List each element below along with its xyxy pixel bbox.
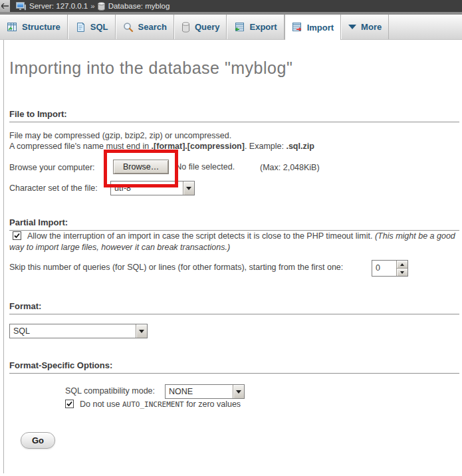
section-heading-format-specific: Format-Specific Options:	[9, 360, 459, 374]
search-icon	[123, 22, 134, 33]
structure-icon	[7, 22, 17, 33]
sql-compatibility-row: SQL compatibility mode:NONE	[65, 384, 459, 399]
tab-search[interactable]: Search	[116, 15, 174, 39]
tab-import[interactable]: Import	[285, 15, 341, 40]
tab-structure[interactable]: Structure	[0, 15, 68, 39]
select-dropdown-icon[interactable]	[136, 324, 147, 338]
browse-button[interactable]: Browse…	[113, 160, 169, 174]
stepper-down-button[interactable]	[397, 268, 407, 276]
arrow-up-icon	[400, 263, 404, 266]
chevron-down-icon	[348, 25, 356, 29]
tab-label: Structure	[22, 22, 60, 32]
sql-icon	[75, 22, 86, 33]
sql-compatibility-label: SQL compatibility mode:	[65, 386, 162, 396]
server-icon	[16, 2, 26, 11]
compression-note: File may be compressed (gzip, bzip2, zip…	[9, 130, 459, 152]
breadcrumb-separator: »	[90, 2, 94, 10]
tab-sql[interactable]: SQL	[68, 15, 116, 39]
page-title: Importing into the database "myblog"	[9, 59, 459, 78]
charset-row: Character set of the file:utf-8	[9, 181, 459, 195]
breadcrumb-server-link[interactable]: Server: 127.0.0.1	[16, 2, 88, 11]
auto-increment-option: Do not use AUTO_INCREMENT for zero value…	[65, 400, 241, 409]
skip-queries-value[interactable]: 0	[372, 261, 396, 276]
tab-label: Query	[195, 22, 220, 32]
format-selected-value: SQL	[10, 324, 136, 338]
go-button[interactable]: Go	[21, 432, 55, 449]
tab-more[interactable]: More	[341, 15, 389, 39]
file-selected-status: No file selected.	[175, 162, 235, 172]
format-compression-hint: .[format].[compression]	[152, 142, 245, 151]
format-select[interactable]: SQL	[9, 324, 148, 338]
select-dropdown-icon[interactable]	[233, 385, 244, 398]
select-dropdown-icon[interactable]	[183, 181, 194, 195]
export-icon	[234, 22, 245, 33]
tab-label: More	[361, 22, 382, 32]
max-size-note: (Max: 2,048KiB)	[260, 163, 320, 172]
tab-query[interactable]: Query	[174, 15, 227, 39]
back-arrow-icon	[1, 3, 9, 9]
tab-export[interactable]: Export	[227, 15, 284, 39]
query-icon	[181, 22, 190, 33]
charset-label: Character set of the file:	[9, 183, 108, 193]
allow-interruption-text: Allow the interruption of an import in c…	[9, 231, 455, 252]
import-icon	[292, 22, 302, 33]
arrow-down-icon	[400, 271, 404, 274]
charset-selected-value: utf-8	[111, 181, 183, 195]
charset-select[interactable]: utf-8	[110, 181, 195, 195]
allow-interruption-option: Allow the interruption of an import in c…	[9, 231, 455, 252]
back-button[interactable]	[0, 0, 10, 12]
tab-label: Export	[249, 22, 277, 32]
sql-compatibility-select[interactable]: NONE	[165, 384, 245, 399]
format-row: SQL	[9, 324, 459, 338]
allow-interruption-checkbox[interactable]	[13, 231, 21, 240]
tab-label: Search	[138, 22, 167, 32]
tab-label: Import	[307, 23, 334, 33]
auto-increment-text: Do not use AUTO_INCREMENT for zero value…	[80, 400, 241, 409]
tab-label: SQL	[90, 22, 108, 32]
auto-increment-checkbox[interactable]	[65, 400, 74, 408]
main-content: Importing into the database "myblog" Fil…	[3, 40, 462, 473]
sql-compatibility-value: NONE	[166, 385, 233, 398]
database-icon	[98, 2, 105, 11]
skip-queries-label: Skip this number of queries (for SQL) or…	[9, 263, 343, 272]
auto-increment-keyword: AUTO_INCREMENT	[122, 400, 184, 409]
browse-label: Browse your computer:	[9, 163, 108, 172]
section-heading-format: Format:	[9, 301, 459, 314]
breadcrumb-database-link[interactable]: Database: myblog	[98, 2, 170, 11]
breadcrumb: Server: 127.0.0.1 » Database: myblog	[0, 0, 462, 15]
example-extension: .sql.zip	[286, 142, 314, 151]
skip-queries-stepper[interactable]: 0	[372, 260, 408, 277]
skip-queries-row: Skip this number of queries (for SQL) or…	[9, 263, 459, 279]
stepper-up-button[interactable]	[397, 261, 407, 268]
section-heading-partial-import: Partial Import:	[9, 217, 459, 231]
browse-row: Browse your computer:Browse…No file sele…	[9, 160, 459, 174]
tab-bar: Structure SQL Search	[0, 15, 462, 40]
breadcrumb-database-label: Database: myblog	[108, 2, 170, 10]
breadcrumb-server-label: Server: 127.0.0.1	[29, 2, 88, 10]
section-heading-file-to-import: File to Import:	[9, 109, 459, 122]
